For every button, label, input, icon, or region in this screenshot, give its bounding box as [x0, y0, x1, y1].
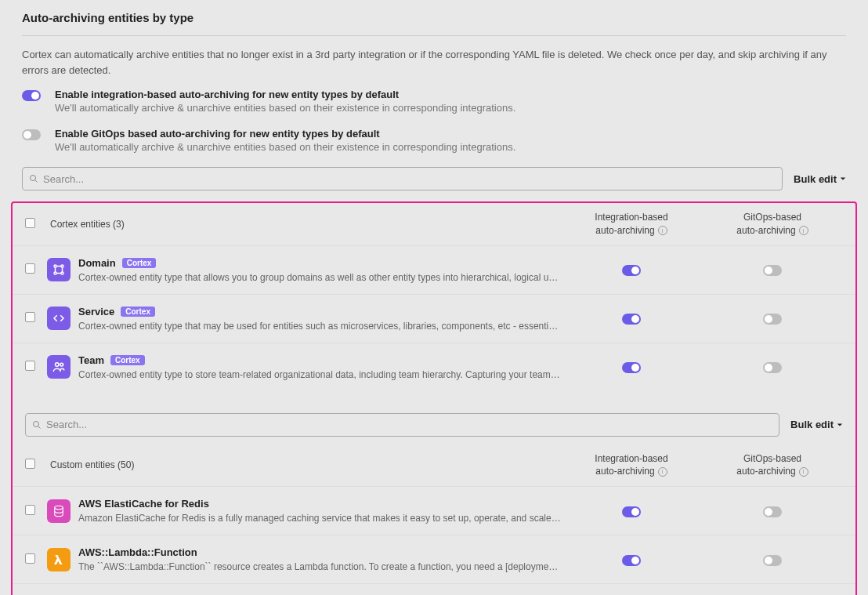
search-input-custom[interactable] [42, 419, 772, 430]
table-row: documentation [13, 583, 855, 595]
integration-toggle-label: Enable integration-based auto-archiving … [55, 89, 515, 100]
cortex-badge: Cortex [121, 307, 155, 317]
svg-point-3 [61, 265, 63, 267]
integration-toggle-sub: We'll automatically archive & unarchive … [55, 102, 515, 114]
table-row: Domain Cortex Cortex-owned entity type t… [13, 245, 855, 294]
gitops-toggle[interactable] [22, 129, 41, 140]
select-all-custom-checkbox[interactable] [25, 459, 35, 469]
search-box[interactable] [22, 167, 783, 190]
gitops-row-toggle[interactable] [763, 362, 782, 373]
svg-point-12 [34, 421, 39, 426]
entity-desc: Cortex-owned entity type that may be use… [78, 321, 561, 332]
cortex-header-label: Cortex entities (3) [50, 219, 561, 230]
svg-line-13 [38, 426, 41, 428]
col-gitops-line2: auto-archiving [736, 224, 795, 238]
info-icon[interactable]: i [658, 467, 667, 477]
row-checkbox[interactable] [25, 263, 35, 274]
search-icon [29, 174, 38, 183]
entity-name: AWS ElastiCache for Redis [78, 498, 209, 510]
integration-toggle[interactable] [22, 90, 41, 101]
search-box-custom[interactable] [25, 413, 779, 437]
table-row: Service Cortex Cortex-owned entity type … [13, 294, 855, 343]
entity-desc: Cortex-owned entity type that allows you… [78, 272, 561, 283]
col-integration-line2: auto-archiving [595, 224, 654, 238]
search-input[interactable] [38, 173, 776, 185]
gitops-row-toggle[interactable] [763, 265, 782, 276]
svg-line-1 [35, 180, 38, 183]
col-gitops-line1: GitOps-based [743, 452, 801, 466]
gitops-row-toggle[interactable] [763, 506, 782, 517]
search-icon [32, 420, 42, 430]
gitops-row-toggle[interactable] [763, 555, 782, 566]
col-integration-line1: Integration-based [595, 211, 667, 224]
bulk-edit-label: Bulk edit [794, 173, 837, 185]
integration-row-toggle[interactable] [622, 555, 641, 566]
bulk-edit-button-custom[interactable]: Bulk edit [790, 419, 843, 430]
entity-desc: The ``AWS::Lambda::Function`` resource c… [78, 561, 561, 572]
svg-point-10 [56, 363, 60, 367]
svg-point-2 [54, 265, 56, 267]
gitops-toggle-sub: We'll automatically archive & unarchive … [55, 141, 515, 153]
svg-point-0 [31, 176, 36, 181]
entity-desc: Amazon ElastiCache for Redis is a fully … [78, 513, 561, 524]
entity-desc: Cortex-owned entity type to store team-r… [78, 369, 561, 380]
gitops-row-toggle[interactable] [763, 314, 782, 325]
row-checkbox[interactable] [25, 505, 35, 515]
info-icon[interactable]: i [658, 226, 667, 235]
col-gitops-line1: GitOps-based [743, 211, 801, 224]
svg-point-11 [60, 363, 63, 366]
integration-row-toggle[interactable] [622, 265, 641, 276]
bulk-edit-button[interactable]: Bulk edit [794, 173, 846, 185]
col-integration-line2: auto-archiving [595, 465, 654, 478]
info-icon[interactable]: i [799, 226, 808, 235]
lambda-icon [47, 548, 71, 571]
team-icon [47, 355, 71, 379]
entity-name: Service [78, 306, 114, 317]
highlighted-region: Cortex entities (3) Integration-based au… [11, 201, 857, 595]
svg-point-14 [55, 506, 63, 510]
integration-toggle-row: Enable integration-based auto-archiving … [22, 89, 846, 114]
row-checkbox[interactable] [25, 361, 35, 371]
custom-header-label: Custom entities (50) [50, 459, 561, 470]
gitops-toggle-row: Enable GitOps based auto-archiving for n… [22, 128, 846, 153]
custom-table-header: Custom entities (50) Integration-based a… [13, 444, 855, 487]
svg-point-5 [61, 272, 63, 274]
row-checkbox[interactable] [25, 312, 35, 322]
info-icon[interactable]: i [799, 467, 808, 477]
entity-name: Domain [78, 257, 116, 269]
col-integration-line1: Integration-based [595, 452, 667, 466]
domain-icon [47, 258, 71, 281]
entity-name: AWS::Lambda::Function [78, 546, 197, 558]
cortex-table-header: Cortex entities (3) Integration-based au… [13, 203, 855, 245]
row-checkbox[interactable] [25, 553, 35, 564]
col-gitops-line2: auto-archiving [736, 465, 795, 478]
integration-row-toggle[interactable] [622, 314, 641, 325]
divider [22, 35, 846, 36]
chevron-down-icon [840, 176, 846, 182]
redis-icon [47, 499, 71, 523]
table-row: AWS ElastiCache for Redis Amazon ElastiC… [13, 486, 855, 535]
cortex-badge: Cortex [122, 258, 157, 268]
cortex-badge: Cortex [110, 355, 145, 365]
select-all-cortex-checkbox[interactable] [25, 218, 35, 228]
table-row: Team Cortex Cortex-owned entity type to … [13, 343, 855, 391]
svg-point-4 [54, 272, 56, 274]
service-icon [47, 307, 71, 330]
page-description: Cortex can automatically archive entitie… [22, 47, 846, 78]
integration-row-toggle[interactable] [622, 362, 641, 373]
gitops-toggle-label: Enable GitOps based auto-archiving for n… [55, 128, 515, 140]
table-row: AWS::Lambda::Function The ``AWS::Lambda:… [13, 535, 855, 583]
integration-row-toggle[interactable] [622, 506, 641, 517]
page-title: Auto-archiving entities by type [22, 11, 846, 24]
entity-name: Team [78, 354, 104, 366]
chevron-down-icon [837, 422, 843, 428]
bulk-edit-label: Bulk edit [790, 419, 834, 430]
